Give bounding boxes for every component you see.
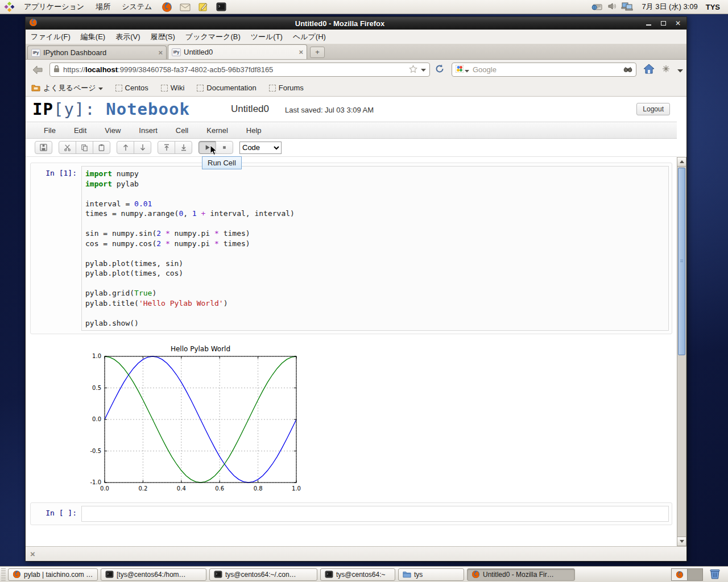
page-scrollbar[interactable] — [677, 157, 686, 546]
tab-untitled0[interactable]: IPyUntitled0× — [168, 44, 307, 59]
scissors-icon — [64, 144, 71, 151]
logout-button[interactable]: Logout — [636, 103, 670, 115]
taskbar-item-1[interactable]: [tys@centos64:/hom… — [101, 568, 206, 581]
home-button[interactable] — [643, 64, 655, 76]
empty-code-cell[interactable]: In [ ]: — [30, 502, 672, 525]
bookmark-label: Wiki — [171, 84, 185, 92]
cut-cell-button[interactable] — [59, 141, 76, 154]
tab-close-icon[interactable]: × — [295, 48, 303, 56]
workspace-2[interactable] — [687, 569, 702, 580]
mail-launcher-icon[interactable] — [179, 1, 191, 13]
scroll-down-icon[interactable] — [677, 537, 686, 546]
reload-button[interactable] — [435, 64, 445, 76]
nb-menu-kernel[interactable]: Kernel — [197, 122, 237, 138]
browser-menu-item-5[interactable]: ツール(T) — [246, 30, 288, 44]
taskbar-item-5[interactable]: Untitled0 - Mozilla Fir… — [467, 568, 575, 581]
code-line: interval = 0.01 — [85, 199, 665, 209]
interrupt-kernel-button[interactable] — [216, 141, 233, 154]
network-tray-icon[interactable] — [621, 2, 634, 13]
url-field[interactable]: https://localhost:9999/38460758-fa37-480… — [49, 63, 430, 77]
scroll-thumb[interactable] — [678, 168, 685, 355]
input-method-tray-icon[interactable] — [592, 2, 603, 12]
firefox-launcher-icon[interactable] — [160, 1, 173, 13]
copy-cell-button[interactable] — [76, 141, 93, 154]
code-line: pylab.show() — [85, 318, 665, 329]
code-cell[interactable]: In [1]: import numpyimport pylab interva… — [30, 163, 672, 334]
save-button[interactable] — [35, 141, 52, 154]
browser-menu-item-3[interactable]: 履歴(S) — [146, 30, 180, 44]
nb-menu-view[interactable]: View — [96, 122, 130, 138]
ipython-logo[interactable]: IP[y]: Notebook — [32, 99, 190, 119]
copy-icon — [81, 144, 88, 151]
search-engine-icon[interactable] — [456, 65, 464, 75]
nb-menu-file[interactable]: File — [35, 122, 65, 138]
browser-menubar: ファイル(F)編集(E)表示(V)履歴(S)ブックマーク(B)ツール(T)ヘルプ… — [26, 30, 686, 44]
bookmark-star-icon[interactable] — [409, 65, 417, 75]
svg-text:Hello Pylab World: Hello Pylab World — [171, 345, 230, 353]
nb-menu-insert[interactable]: Insert — [130, 122, 167, 138]
taskbar-item-0[interactable]: pylab | taichino.com … — [8, 568, 98, 581]
toolbar-overflow-chevron-icon[interactable] — [677, 65, 683, 75]
empty-input-area[interactable] — [81, 506, 669, 522]
panel-menu-places[interactable]: 場所 — [90, 0, 116, 14]
bookmark-placeholder-icon — [161, 85, 168, 92]
panel-user[interactable]: TYS — [706, 3, 722, 11]
move-cell-down-button[interactable] — [134, 141, 151, 154]
move-cell-up-button[interactable] — [117, 141, 134, 154]
browser-menu-item-1[interactable]: 編集(E) — [76, 30, 110, 44]
taskbar-item-4[interactable]: tys — [398, 568, 464, 581]
browser-menu-item-4[interactable]: ブックマーク(B) — [180, 30, 246, 44]
trash-icon[interactable] — [709, 567, 721, 582]
volume-tray-icon[interactable] — [607, 2, 617, 12]
paste-cell-button[interactable] — [93, 141, 110, 154]
browser-menu-item-2[interactable]: 表示(V) — [110, 30, 145, 44]
code-editor[interactable]: import numpyimport pylab interval = 0.01… — [85, 169, 665, 328]
bookmark-item-centos[interactable]: Centos — [115, 84, 148, 92]
search-go-icon[interactable] — [623, 65, 632, 75]
maximize-button[interactable] — [657, 19, 669, 28]
notebook-title[interactable]: Untitled0 — [231, 103, 269, 115]
taskbar: pylab | taichino.com …[tys@centos64:/hom… — [0, 566, 728, 582]
panel-menu-system[interactable]: システム — [116, 0, 158, 14]
workspace-switcher[interactable] — [671, 568, 703, 581]
taskbar-item-2[interactable]: tys@centos64:~/.con… — [209, 568, 317, 581]
search-input[interactable] — [473, 65, 623, 74]
close-button[interactable]: ✕ — [672, 19, 684, 28]
addon-bar: × — [26, 546, 686, 561]
insert-cell-above-button[interactable] — [158, 141, 175, 154]
bookmark-item-documentation[interactable]: Documentation — [197, 84, 256, 92]
taskbar-handle[interactable] — [1, 568, 6, 581]
terminal-launcher-icon[interactable] — [215, 1, 228, 13]
minimize-button[interactable] — [642, 19, 655, 28]
browser-menu-item-6[interactable]: ヘルプ(H) — [288, 30, 331, 44]
nb-menu-help[interactable]: Help — [237, 122, 271, 138]
toolbar-extra-icon[interactable] — [661, 64, 671, 76]
centos-logo-icon[interactable] — [3, 1, 15, 13]
scroll-up-icon[interactable] — [677, 157, 686, 167]
insert-above-icon — [163, 144, 170, 151]
search-engine-dropdown-icon[interactable] — [465, 65, 469, 75]
svg-text:1.0: 1.0 — [292, 485, 301, 492]
nb-menu-edit[interactable]: Edit — [65, 122, 96, 138]
panel-clock[interactable]: 7月 3日 (水) 3:09 — [638, 2, 701, 12]
taskbar-item-3[interactable]: tys@centos64:~ — [320, 568, 395, 581]
tab-close-icon[interactable]: × — [155, 48, 163, 57]
bookmark-item-forums[interactable]: Forums — [269, 84, 304, 92]
nb-menu-cell[interactable]: Cell — [167, 122, 197, 138]
window-titlebar[interactable]: Untitled0 - Mozilla Firefox ✕ — [26, 17, 686, 30]
browser-menu-item-0[interactable]: ファイル(F) — [26, 30, 76, 44]
panel-menu-applications[interactable]: アプリケーション — [18, 0, 90, 14]
search-box[interactable] — [452, 63, 636, 77]
new-tab-button[interactable]: + — [310, 47, 325, 58]
cell-type-select[interactable]: Code — [239, 142, 282, 154]
text-editor-launcher-icon[interactable] — [197, 1, 209, 13]
code-input-area[interactable]: import numpyimport pylab interval = 0.01… — [81, 166, 669, 331]
bookmark-item-wiki[interactable]: Wiki — [161, 84, 185, 92]
tab-ipython-dashboard[interactable]: IPyIPython Dashboard× — [27, 45, 167, 59]
url-dropdown-icon[interactable] — [421, 65, 426, 74]
bookmark-smart-folder[interactable]: よく見るページ — [31, 83, 103, 93]
insert-cell-below-button[interactable] — [175, 141, 192, 154]
back-button[interactable] — [29, 63, 46, 77]
addon-bar-close-button[interactable]: × — [30, 549, 35, 559]
workspace-1[interactable] — [672, 569, 687, 580]
